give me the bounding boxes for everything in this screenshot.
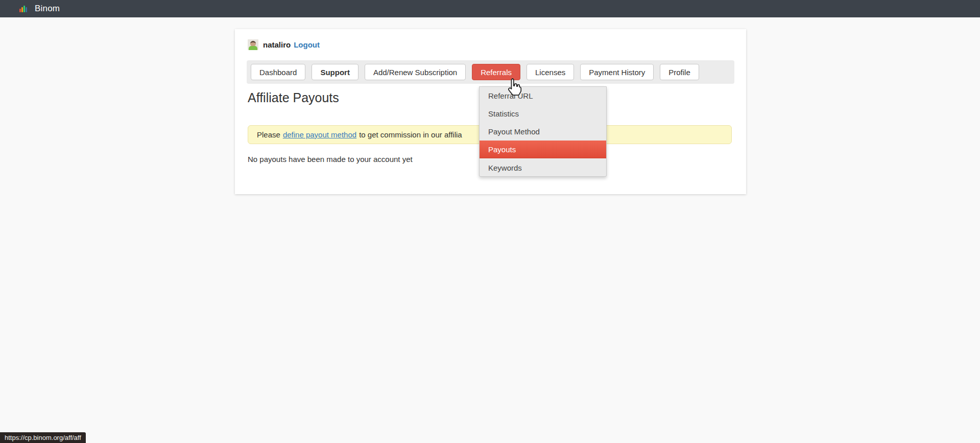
menu-item-statistics[interactable]: Statistics xyxy=(480,105,606,123)
notice-text-prefix: Please xyxy=(257,130,280,139)
menu-item-payout-method[interactable]: Payout Method xyxy=(480,123,606,141)
user-avatar xyxy=(248,39,258,50)
nav-button-add-renew-subscription[interactable]: Add/Renew Subscription xyxy=(365,64,466,80)
notice-text-suffix: to get commission in our affilia xyxy=(359,130,462,139)
empty-payouts-message: No payouts have been made to your accoun… xyxy=(248,155,413,164)
app-name: Binom xyxy=(35,4,60,14)
menu-item-referral-url[interactable]: Referral URL xyxy=(480,87,606,105)
menu-item-keywords[interactable]: Keywords xyxy=(480,158,606,176)
nav-button-profile[interactable]: Profile xyxy=(660,64,699,80)
nav-button-referrals[interactable]: Referrals xyxy=(472,64,520,80)
user-row: nataliro Logout xyxy=(248,39,320,50)
nav-button-payment-history[interactable]: Payment History xyxy=(580,64,654,80)
app-logo[interactable]: Binom xyxy=(19,4,60,14)
nav-button-support[interactable]: Support xyxy=(312,64,358,80)
username-label: nataliro xyxy=(263,40,291,49)
main-navigation: Dashboard Support Add/Renew Subscription… xyxy=(247,60,734,84)
bar-chart-logo-icon xyxy=(19,5,28,12)
page-title: Affiliate Payouts xyxy=(248,90,339,105)
top-app-bar: Binom xyxy=(0,0,980,17)
nav-button-licenses[interactable]: Licenses xyxy=(527,64,574,80)
logout-link[interactable]: Logout xyxy=(294,40,320,49)
menu-item-payouts[interactable]: Payouts xyxy=(480,141,606,158)
link-preview-statusbar: https://cp.binom.org/aff/aff xyxy=(0,432,86,443)
define-payout-method-link[interactable]: define payout method xyxy=(283,130,356,139)
referrals-dropdown-menu: Referral URL Statistics Payout Method Pa… xyxy=(479,86,607,177)
nav-button-dashboard[interactable]: Dashboard xyxy=(251,64,305,80)
